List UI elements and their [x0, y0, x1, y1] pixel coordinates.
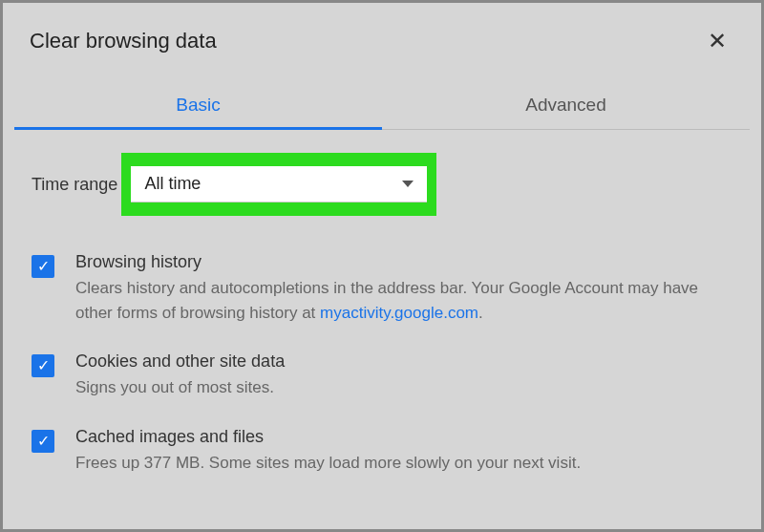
- dialog-header: Clear browsing data ✕: [3, 3, 761, 66]
- option-title: Cached images and files: [75, 427, 732, 447]
- dialog-title: Clear browsing data: [30, 29, 217, 53]
- desc-text-after: .: [478, 304, 483, 322]
- option-text: Browsing history Clears history and auto…: [75, 252, 732, 325]
- check-icon: ✓: [37, 358, 50, 373]
- dialog-content: Time range All time ✓ Browsing history C…: [3, 130, 761, 475]
- time-range-dropdown[interactable]: All time: [131, 166, 427, 202]
- chevron-down-icon: [402, 181, 414, 187]
- option-title: Cookies and other site data: [75, 351, 732, 372]
- checkbox-cookies[interactable]: ✓: [32, 354, 54, 377]
- tab-basic[interactable]: Basic: [14, 81, 382, 129]
- clear-browsing-data-dialog: Clear browsing data ✕ Basic Advanced Tim…: [3, 3, 761, 529]
- highlight-box: All time: [121, 153, 436, 216]
- option-desc: Clears history and autocompletions in th…: [75, 276, 732, 325]
- checkbox-browsing-history[interactable]: ✓: [32, 255, 54, 278]
- close-icon[interactable]: ✕: [700, 24, 734, 58]
- check-icon: ✓: [37, 434, 50, 449]
- option-desc: Signs you out of most sites.: [75, 375, 732, 400]
- tab-bar: Basic Advanced: [14, 81, 750, 130]
- time-range-label: Time range: [32, 175, 121, 195]
- option-desc: Frees up 377 MB. Some sites may load mor…: [75, 451, 732, 476]
- option-title: Browsing history: [75, 252, 732, 272]
- option-cache: ✓ Cached images and files Frees up 377 M…: [32, 427, 732, 476]
- option-browsing-history: ✓ Browsing history Clears history and au…: [32, 252, 732, 325]
- time-range-value: All time: [144, 174, 201, 194]
- check-icon: ✓: [37, 259, 50, 274]
- option-text: Cached images and files Frees up 377 MB.…: [75, 427, 732, 476]
- checkbox-cache[interactable]: ✓: [32, 430, 54, 453]
- tab-advanced[interactable]: Advanced: [382, 81, 750, 129]
- option-text: Cookies and other site data Signs you ou…: [75, 351, 732, 400]
- time-range-row: Time range All time: [32, 153, 732, 216]
- myactivity-link[interactable]: myactivity.google.com: [320, 304, 478, 322]
- option-cookies: ✓ Cookies and other site data Signs you …: [32, 351, 732, 400]
